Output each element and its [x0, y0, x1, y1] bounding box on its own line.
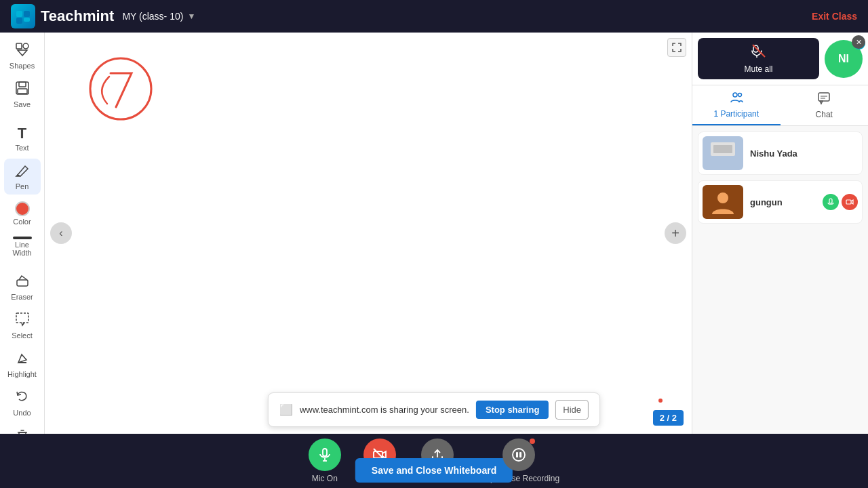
svg-rect-4 [16, 43, 22, 49]
svg-marker-6 [18, 50, 27, 56]
highlight-label: Highlight [7, 370, 37, 378]
svg-rect-36 [516, 452, 518, 458]
header-left: Teachmint MY (class- 10) ▼ [11, 4, 195, 28]
mic-label: Mic On [312, 474, 338, 483]
participant-item: Nishu Yada [698, 131, 863, 175]
svg-rect-29 [846, 200, 851, 204]
save-close-whiteboard-button[interactable]: Save and Close Whiteboard [355, 458, 513, 483]
svg-point-27 [717, 192, 728, 203]
participant-name-1: Nishu Yada [750, 148, 858, 159]
bottom-toolbar: Mic On Video Off Save and Close Whiteboa… [0, 434, 868, 488]
eraser-tool-button[interactable]: Eraser [4, 269, 41, 305]
prev-page-button[interactable]: ‹ [50, 222, 72, 244]
panel-tabs: 1 Participant Chat [692, 85, 868, 126]
linewidth-preview [13, 237, 32, 239]
exit-class-button[interactable]: Exit Class [812, 11, 857, 22]
left-toolbar: Shapes Save T Text [0, 33, 45, 434]
svg-rect-11 [16, 313, 28, 323]
color-tool-button[interactable]: Color [4, 197, 41, 230]
svg-rect-20 [818, 93, 829, 101]
save-icon [15, 81, 30, 99]
page-indicator: 2 / 2 [653, 410, 684, 426]
save-label: Save [14, 100, 31, 108]
stop-recording-icon-circle [502, 439, 535, 471]
mic-icon-circle [309, 439, 341, 471]
svg-rect-10 [17, 280, 28, 286]
color-label: Color [13, 218, 31, 226]
participant-name-2: gungun [750, 197, 816, 207]
fullscreen-button[interactable] [667, 38, 686, 57]
mute-all-button[interactable]: Mute all [698, 38, 819, 79]
chevron-down-icon: ▼ [187, 12, 195, 21]
svg-point-5 [23, 43, 28, 49]
participant-actions-2 [823, 194, 858, 210]
text-label: Text [15, 144, 28, 152]
select-icon [15, 312, 30, 330]
pen-tool-button[interactable]: Pen [4, 159, 41, 195]
hide-notification-button[interactable]: Hide [555, 400, 589, 420]
clear-all-tool-button[interactable]: Clear All [4, 424, 41, 434]
mute-all-label: Mute all [744, 64, 772, 74]
svg-rect-30 [323, 449, 327, 456]
main-area: Shapes Save T Text [0, 33, 868, 434]
participants-list: Nishu Yada gungun [692, 126, 868, 434]
eraser-icon [15, 273, 30, 291]
drawing-svg [45, 33, 692, 434]
svg-rect-0 [16, 11, 22, 17]
panel-top: Mute all NI ✕ [692, 33, 868, 85]
next-page-button[interactable]: + [665, 222, 686, 244]
save-tool-button[interactable]: Save [4, 77, 41, 113]
red-dot [658, 399, 663, 403]
chat-tab-icon [817, 92, 831, 108]
svg-rect-9 [18, 89, 27, 94]
participants-tab-icon [730, 91, 743, 108]
whiteboard-canvas[interactable]: ‹ + 2 / 2 [45, 33, 692, 434]
select-label: Select [12, 331, 33, 340]
text-tool-button[interactable]: T Text [4, 121, 41, 156]
svg-rect-28 [829, 199, 832, 203]
clear-all-icon [15, 428, 30, 434]
svg-point-18 [733, 93, 737, 97]
participant-video-button[interactable] [842, 194, 858, 210]
svg-point-19 [738, 94, 741, 97]
undo-tool-button[interactable]: Undo [4, 385, 41, 421]
header: Teachmint MY (class- 10) ▼ Exit Class [0, 0, 868, 33]
svg-point-35 [513, 449, 525, 461]
logo-container: Teachmint [11, 4, 114, 28]
tab-chat[interactable]: Chat [781, 85, 869, 125]
screen-share-notification: ⬜ www.teachmint.com is sharing your scre… [268, 392, 600, 427]
color-circle [15, 201, 30, 216]
highlight-tool-button[interactable]: Highlight [4, 346, 41, 382]
highlight-icon [15, 350, 30, 369]
select-tool-button[interactable]: Select [4, 308, 41, 344]
shapes-label: Shapes [9, 62, 35, 70]
pen-icon [15, 163, 30, 181]
svg-rect-2 [16, 18, 22, 24]
shapes-tool-button[interactable]: Shapes [4, 38, 41, 74]
text-icon: T [18, 125, 26, 142]
screen-share-icon: ⬜ [279, 403, 293, 416]
svg-rect-1 [24, 11, 30, 17]
logo-icon [11, 4, 35, 28]
mic-button[interactable]: Mic On [309, 439, 341, 483]
pen-label: Pen [16, 182, 29, 190]
logo-text: Teachmint [41, 7, 114, 25]
undo-icon [15, 389, 30, 407]
svg-rect-3 [24, 18, 30, 22]
shapes-icon [15, 42, 30, 60]
linewidth-label: Line Width [7, 241, 38, 257]
svg-point-13 [90, 58, 151, 119]
participant-mic-button[interactable] [823, 194, 839, 210]
stop-sharing-button[interactable]: Stop sharing [476, 401, 549, 419]
participant-thumb-1 [703, 136, 743, 170]
undo-label: Undo [13, 409, 31, 417]
participant-thumb-2 [703, 185, 743, 219]
class-title: MY (class- 10) ▼ [122, 11, 195, 22]
chat-tab-label: Chat [816, 110, 833, 119]
participants-tab-label: 1 Participant [713, 109, 759, 119]
linewidth-tool-button[interactable]: Line Width [4, 232, 41, 261]
svg-rect-37 [519, 452, 521, 458]
tab-participants[interactable]: 1 Participant [692, 85, 781, 125]
svg-rect-8 [19, 82, 26, 87]
close-panel-button[interactable]: ✕ [852, 35, 865, 49]
